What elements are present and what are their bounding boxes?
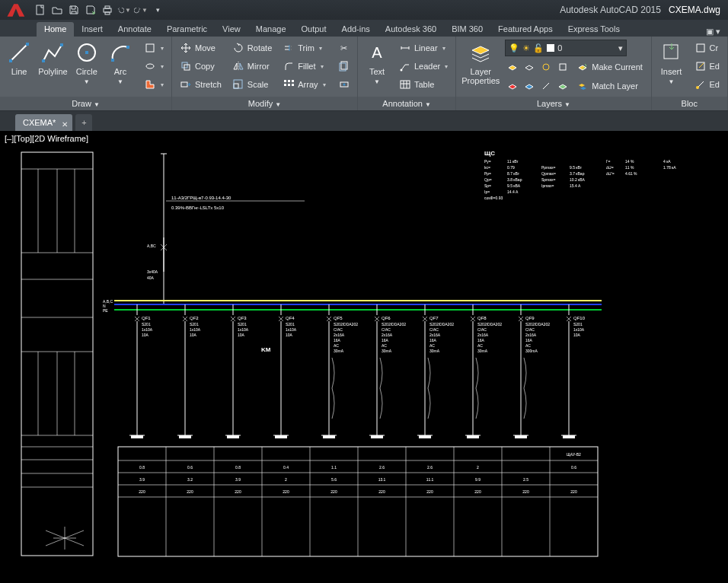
add-tab-button[interactable]: +: [75, 114, 92, 131]
svg-text:KM: KM: [261, 346, 271, 353]
layer-tool-5[interactable]: [505, 78, 520, 94]
qat-customize-icon[interactable]: ▾: [151, 3, 164, 17]
modify-misc-1[interactable]: ✂: [335, 40, 353, 56]
ribbon-help-icon[interactable]: ▣ ▾: [698, 27, 728, 37]
circle-button[interactable]: Circle▼: [72, 40, 101, 87]
tab-annotate[interactable]: Annotate: [110, 22, 159, 37]
svg-point-31: [401, 69, 403, 72]
qat-saveas-icon[interactable]: [84, 3, 97, 17]
panel-draw-title[interactable]: Draw▼: [0, 97, 171, 110]
svg-text:1x10A: 1x10A: [573, 327, 585, 332]
array-button[interactable]: Array▾: [279, 76, 328, 93]
tab-output[interactable]: Output: [294, 22, 334, 37]
text-button[interactable]: A Text▼: [362, 40, 391, 87]
tab-view[interactable]: View: [215, 22, 248, 37]
qat-undo-icon[interactable]: ▼: [117, 3, 131, 17]
mirror-button[interactable]: Mirror: [229, 58, 275, 75]
qat-open-icon[interactable]: [50, 3, 64, 17]
qat-new-icon[interactable]: [34, 3, 47, 17]
layer-properties-button[interactable]: Layer Properties: [461, 40, 500, 85]
copy-button[interactable]: Copy: [177, 58, 225, 75]
panel-annotation: A Text▼ Linear▾ Leader▾ Table Annotation…: [358, 37, 456, 110]
svg-text:S202/DDA202: S202/DDA202: [525, 322, 550, 327]
make-current-button[interactable]: Make Current: [573, 59, 646, 75]
draw-misc-2[interactable]: ▾: [141, 58, 167, 75]
arc-button[interactable]: Arc▼: [106, 40, 135, 87]
svg-text:1x10A: 1x10A: [142, 327, 153, 332]
qat-plot-icon[interactable]: [101, 3, 114, 17]
tab-addins[interactable]: Add-ins: [334, 22, 378, 37]
panel-modify-title[interactable]: Modify▼: [172, 97, 357, 110]
qat-save-icon[interactable]: [67, 3, 81, 17]
polyline-label: Polyline: [38, 67, 68, 76]
file-name: CXEMA.dwg: [669, 5, 720, 15]
svg-text:S201: S201: [573, 322, 583, 327]
viewport[interactable]: [–][Top][2D Wireframe] 11: [0, 131, 728, 583]
svg-text:1.78 кА: 1.78 кА: [663, 165, 676, 170]
svg-text:S202/DDA202: S202/DDA202: [382, 322, 406, 327]
drawing-canvas[interactable]: 11-A3/2ГРЩ-в7-0.93-14.4-30 0.39%-ВВГнг-L…: [0, 131, 728, 583]
layer-combo[interactable]: 💡 ☀ 🔓 0 ▾: [505, 40, 627, 56]
svg-text:13.1: 13.1: [378, 477, 386, 482]
layer-tool-3[interactable]: [538, 59, 554, 75]
linear-button[interactable]: Linear▾: [396, 40, 451, 56]
svg-text:1x10A: 1x10A: [190, 327, 201, 332]
svg-text:10A: 10A: [238, 333, 245, 337]
tab-a360[interactable]: Autodesk 360: [378, 22, 444, 37]
svg-text:30mA: 30mA: [477, 349, 488, 353]
line-label: Line: [5, 67, 34, 76]
panel-block: Insert▼ Cr Ed Ed Bloc: [652, 37, 728, 110]
layer-tool-8[interactable]: [555, 78, 570, 94]
scale-button[interactable]: Scale: [229, 76, 275, 93]
insert-button[interactable]: Insert▼: [656, 40, 687, 87]
panel-layers-title[interactable]: Layers▼: [456, 97, 650, 110]
svg-text:16A: 16A: [334, 338, 341, 342]
svg-text:QF4: QF4: [286, 316, 295, 320]
svg-point-38: [696, 86, 699, 89]
svg-text:220: 220: [139, 489, 145, 494]
tab-express[interactable]: Express Tools: [560, 22, 627, 37]
layer-tool-7[interactable]: [538, 78, 554, 94]
qat-redo-icon[interactable]: ▼: [134, 3, 148, 17]
svg-text:0.39%-ВВГнг-LSLTx  5x10: 0.39%-ВВГнг-LSLTx 5x10: [171, 205, 225, 210]
tab-manage[interactable]: Manage: [248, 22, 294, 37]
tab-bim360[interactable]: BIM 360: [444, 22, 490, 37]
svg-text:S202/DDA202: S202/DDA202: [334, 322, 358, 327]
tab-home[interactable]: Home: [37, 22, 74, 37]
stretch-button[interactable]: Stretch: [177, 76, 225, 93]
move-button[interactable]: Move: [177, 40, 225, 56]
fillet-button[interactable]: Fillet▾: [279, 58, 328, 75]
block-editattr-button[interactable]: Ed: [691, 76, 723, 93]
layer-tool-1[interactable]: [505, 59, 520, 75]
line-button[interactable]: Line: [5, 40, 34, 76]
leader-button[interactable]: Leader▾: [396, 58, 451, 75]
table-button[interactable]: Table: [396, 76, 451, 93]
block-edit-button[interactable]: Ed: [691, 58, 723, 75]
draw-misc-3[interactable]: ▾: [141, 76, 167, 93]
layer-tool-2[interactable]: [522, 59, 537, 75]
tab-parametric[interactable]: Parametric: [159, 22, 215, 37]
polyline-button[interactable]: Polyline: [38, 40, 68, 76]
rotate-button[interactable]: Rotate: [229, 40, 275, 56]
svg-text:∆Uʹ=: ∆Uʹ=: [606, 171, 615, 176]
panel-block-title[interactable]: Bloc: [652, 97, 727, 110]
match-layer-button[interactable]: Match Layer: [573, 78, 641, 94]
svg-text:cosФ=0.93: cosФ=0.93: [484, 196, 503, 200]
panel-annotation-title[interactable]: Annotation▼: [358, 97, 455, 110]
modify-misc-3[interactable]: [335, 76, 353, 93]
svg-rect-21: [288, 80, 290, 82]
block-create-button[interactable]: Cr: [691, 40, 723, 56]
tab-featured[interactable]: Featured Apps: [490, 22, 560, 37]
modify-misc-2[interactable]: [335, 58, 353, 75]
layer-tool-4[interactable]: [555, 59, 570, 75]
svg-text:C/AC: C/AC: [334, 327, 343, 332]
svg-text:AC: AC: [382, 343, 387, 348]
svg-point-33: [543, 64, 549, 70]
layer-tool-6[interactable]: [522, 78, 537, 94]
trim-button[interactable]: Trim▾: [279, 40, 328, 56]
document-tab[interactable]: CXEMA* ✕: [15, 114, 72, 131]
tab-insert[interactable]: Insert: [74, 22, 110, 37]
app-menu-button[interactable]: [0, 0, 30, 20]
draw-misc-1[interactable]: ▾: [141, 40, 167, 56]
panel-modify: Move Copy Stretch Rotate Mirror Scale Tr…: [172, 37, 358, 110]
